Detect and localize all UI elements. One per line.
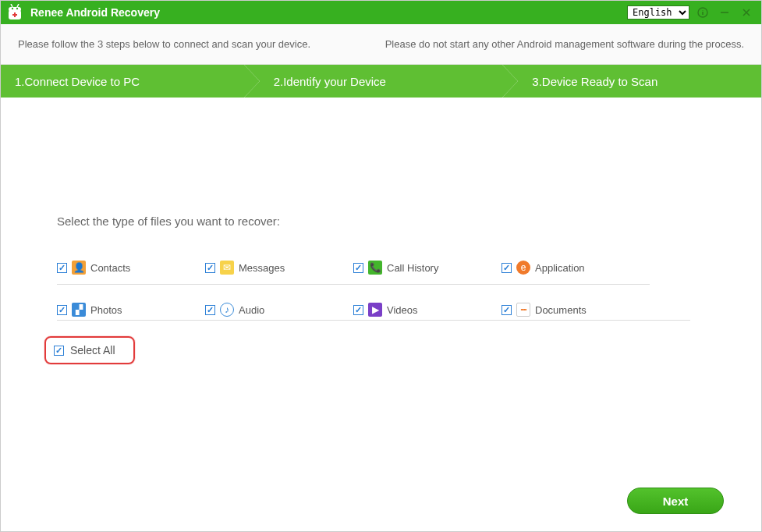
main-panel: Select the type of files you want to rec…	[1, 98, 761, 531]
instruction-row: Please follow the 3 steps below to conne…	[1, 24, 761, 65]
filetype-contacts[interactable]: 👤 Contacts	[57, 261, 205, 275]
filetype-audio[interactable]: ♪ Audio	[205, 303, 353, 317]
videos-icon: ▶	[368, 303, 382, 317]
select-prompt: Select the type of files you want to rec…	[57, 215, 714, 228]
select-all-label: Select All	[70, 344, 115, 356]
photos-icon: ▞	[72, 303, 86, 317]
checkbox-application[interactable]	[502, 263, 512, 273]
filetype-videos[interactable]: ▶ Videos	[353, 303, 502, 317]
language-select[interactable]: English	[627, 5, 689, 20]
checkbox-photos[interactable]	[57, 305, 67, 315]
filetype-photos[interactable]: ▞ Photos	[57, 303, 205, 317]
step-2: 2.Identify your Device	[244, 65, 503, 98]
filetype-label: Call History	[387, 262, 438, 274]
filetype-label: Messages	[239, 262, 285, 274]
filetype-label: Audio	[239, 304, 264, 316]
call-icon: 📞	[368, 261, 382, 275]
filetype-messages[interactable]: ✉ Messages	[205, 261, 353, 275]
filetype-application[interactable]: e Application	[502, 261, 650, 275]
application-icon: e	[516, 261, 530, 275]
checkbox-contacts[interactable]	[57, 263, 67, 273]
instruction-right: Please do not start any other Android ma…	[385, 38, 744, 50]
step-3-label: 3.Device Ready to Scan	[532, 75, 657, 88]
minimize-button[interactable]	[716, 4, 733, 21]
contacts-icon: 👤	[72, 261, 86, 275]
svg-line-3	[17, 4, 19, 7]
messages-icon: ✉	[220, 261, 234, 275]
instruction-left: Please follow the 3 steps below to conne…	[18, 38, 310, 50]
step-3: 3.Device Ready to Scan	[502, 65, 761, 98]
step-2-label: 2.Identify your Device	[274, 75, 386, 88]
filetype-label: Documents	[535, 304, 587, 316]
app-logo-icon	[4, 3, 26, 22]
next-button[interactable]: Next	[627, 488, 724, 514]
filetype-label: Contacts	[90, 262, 130, 274]
checkbox-videos[interactable]	[353, 305, 363, 315]
grid-divider	[57, 284, 650, 293]
documents-icon: ••••	[516, 303, 530, 317]
checkbox-messages[interactable]	[205, 263, 215, 273]
filetype-documents[interactable]: •••• Documents	[502, 303, 650, 317]
step-1: 1.Connect Device to PC	[1, 65, 244, 98]
titlebar: Renee Android Recovery English	[1, 1, 761, 24]
checkbox-audio[interactable]	[205, 305, 215, 315]
checkbox-documents[interactable]	[502, 305, 512, 315]
next-button-label: Next	[663, 495, 689, 508]
checkbox-call-history[interactable]	[353, 263, 363, 273]
filetype-label: Photos	[90, 304, 122, 316]
app-title: Renee Android Recovery	[30, 6, 160, 19]
step-bar: 1.Connect Device to PC 2.Identify your D…	[1, 65, 761, 98]
file-type-grid: 👤 Contacts ✉ Messages 📞 Call History e A…	[57, 261, 690, 321]
svg-point-5	[16, 8, 18, 9]
step-1-label: 1.Connect Device to PC	[15, 75, 140, 88]
checkbox-select-all[interactable]	[54, 346, 64, 356]
svg-point-4	[12, 8, 13, 9]
close-button[interactable]	[738, 4, 755, 21]
filetype-label: Application	[535, 262, 585, 274]
svg-rect-1	[9, 7, 21, 12]
info-button[interactable]	[694, 4, 711, 21]
filetype-call-history[interactable]: 📞 Call History	[353, 261, 502, 275]
filetype-label: Videos	[387, 304, 418, 316]
select-all[interactable]: Select All	[44, 336, 135, 364]
audio-icon: ♪	[220, 303, 234, 317]
svg-line-2	[11, 4, 12, 7]
